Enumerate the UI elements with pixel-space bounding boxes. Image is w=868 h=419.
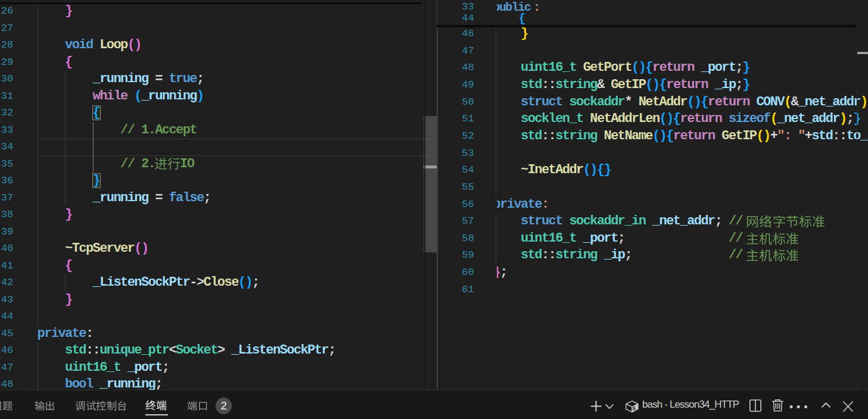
svg-text:$,: $,	[632, 405, 636, 411]
